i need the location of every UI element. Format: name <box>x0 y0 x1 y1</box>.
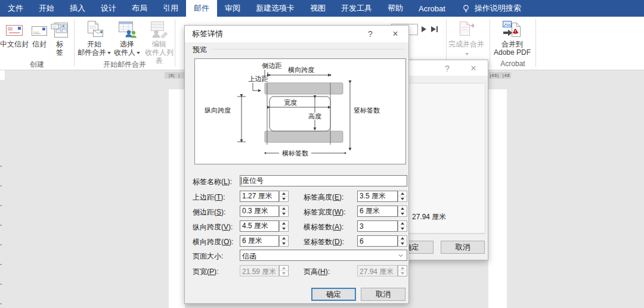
lightbulb-icon <box>462 4 470 13</box>
select-recipients-icon <box>117 18 137 38</box>
labels-label-line1: 标 <box>56 40 63 48</box>
diagram-horizontal-pitch-label: 横向跨度 <box>288 66 314 73</box>
label-height-input[interactable] <box>357 191 398 202</box>
chevron-down-icon <box>398 252 404 260</box>
label-info-panel <box>408 83 485 234</box>
tab-review[interactable]: 审阅 <box>217 0 248 17</box>
tab-view[interactable]: 视图 <box>302 0 333 17</box>
labels-down-stepper[interactable] <box>398 235 407 247</box>
group-label-acrobat: Acrobat <box>490 60 535 68</box>
top-margin-input[interactable] <box>240 191 279 202</box>
vertical-pitch-label: 纵向跨度(V): <box>193 222 233 232</box>
tab-acrobat[interactable]: Acrobat <box>411 0 453 17</box>
tab-mailings[interactable]: 邮件 <box>186 0 217 17</box>
page-size-value: 信函 <box>242 252 256 260</box>
dialog-title: 标签详情 <box>192 26 223 42</box>
help-icon[interactable]: ? <box>438 60 457 77</box>
chevron-down-icon <box>137 52 140 54</box>
page-height-stepper <box>398 265 407 276</box>
group-label-create: 创建 <box>0 60 74 70</box>
start-mail-merge-line1: 开始 <box>87 40 101 48</box>
page-size-select[interactable]: 信函 <box>240 250 407 261</box>
tab-home[interactable]: 开始 <box>31 0 62 17</box>
diagram-horizontal-count-label: 横标签数 <box>282 150 308 157</box>
labels-across-stepper[interactable] <box>398 220 407 232</box>
label-preview-diagram: 侧边距 横向跨度 上边距 纵向跨度 宽度 高度 竖标签数 横标签数 <box>194 58 406 164</box>
vertical-pitch-stepper[interactable] <box>279 220 289 232</box>
ruler-origin-box <box>0 70 5 80</box>
help-icon[interactable]: ? <box>361 26 380 42</box>
tab-references[interactable]: 引用 <box>155 0 186 17</box>
envelope-label: 信封 <box>32 40 47 48</box>
label-height-stepper[interactable] <box>398 191 407 202</box>
document-page-left-edge <box>169 89 185 308</box>
menubar: 文件 开始 插入 设计 布局 引用 邮件 审阅 新建选项卡 视图 开发工具 帮助… <box>0 0 644 17</box>
edit-recipient-list-line1: 编辑 <box>152 40 166 48</box>
page-height-label: 页高(H): <box>304 267 330 277</box>
label-width-label: 标签宽度(W): <box>304 207 346 217</box>
tab-layout[interactable]: 布局 <box>124 0 155 17</box>
label-details-dialog: 标签详情 ? × 预览 <box>184 25 409 304</box>
tab-developer[interactable]: 开发工具 <box>333 0 380 17</box>
horizontal-pitch-label: 横向跨度(O): <box>193 237 234 247</box>
horizontal-ruler-fragment-right: |46| |48 <box>489 72 511 79</box>
label-height-label: 标签高度(E): <box>304 192 343 203</box>
cancel-button[interactable]: 取消 <box>361 288 405 301</box>
label-name-label: 标签名称(L): <box>193 177 232 187</box>
tab-insert[interactable]: 插入 <box>62 0 93 17</box>
diagram-width-label: 宽度 <box>284 99 297 106</box>
last-record-icon[interactable] <box>431 26 438 32</box>
label-width-input[interactable] <box>357 206 398 217</box>
page-height-info: 27.94 厘米 <box>412 212 446 222</box>
label-width-stepper[interactable] <box>398 206 407 217</box>
tell-me-label: 操作说明搜索 <box>475 3 521 14</box>
group-separator <box>490 19 490 67</box>
horizontal-pitch-stepper[interactable] <box>279 235 289 247</box>
top-margin-label: 上边距(T): <box>193 192 225 203</box>
labels-down-label: 竖标签数(D): <box>304 237 344 247</box>
document-page-right-edge <box>488 89 507 308</box>
tab-custom[interactable]: 新建选项卡 <box>248 0 302 17</box>
top-margin-stepper[interactable] <box>279 191 289 202</box>
side-margin-stepper[interactable] <box>279 206 289 217</box>
group-separator <box>74 19 75 67</box>
text-caret <box>241 177 242 185</box>
diagram-side-margin-label: 侧边距 <box>262 62 282 69</box>
preview-group-label: 预览 <box>193 45 207 55</box>
edit-recipient-list-icon <box>150 18 169 38</box>
tell-me-search[interactable]: 操作说明搜索 <box>462 0 521 17</box>
chinese-envelope-icon <box>5 18 23 38</box>
cancel-button[interactable]: 取消 <box>441 241 485 254</box>
page-size-label: 页面大小: <box>193 251 223 262</box>
start-mail-merge-icon <box>85 18 104 38</box>
group-separator <box>175 19 175 67</box>
tab-file[interactable]: 文件 <box>0 0 31 17</box>
close-icon[interactable]: × <box>464 60 483 77</box>
diagram-height-label: 高度 <box>308 113 321 120</box>
side-margin-input[interactable] <box>240 206 279 217</box>
labels-across-input[interactable] <box>357 220 398 232</box>
chinese-envelope-label: 中文信封 <box>0 40 29 48</box>
label-name-input[interactable] <box>240 175 407 186</box>
merge-to-pdf-line2: Adobe PDF <box>494 48 531 57</box>
diagram-vertical-count-label: 竖标签数 <box>354 107 380 114</box>
group-separator <box>535 19 536 67</box>
diagram-top-margin-label: 上边距 <box>249 75 268 82</box>
page-height-input: 27.94 厘米 <box>357 265 398 276</box>
tab-design[interactable]: 设计 <box>93 0 124 17</box>
horizontal-pitch-input[interactable] <box>240 235 279 247</box>
labels-down-input[interactable] <box>357 235 398 247</box>
vertical-pitch-input[interactable] <box>240 220 279 232</box>
labels-across-label: 横标签数(A): <box>304 222 343 232</box>
merge-to-pdf-icon <box>502 18 522 38</box>
close-icon[interactable]: × <box>386 26 405 42</box>
page-width-label: 页宽(P): <box>193 267 218 277</box>
next-record-icon[interactable] <box>422 26 426 32</box>
tab-help[interactable]: 帮助 <box>380 0 411 17</box>
horizontal-ruler-fragment-left: |8| | <box>165 72 184 79</box>
merge-to-pdf-line1: 合并到 <box>501 40 523 48</box>
ok-button[interactable]: 确定 <box>311 288 356 301</box>
page-width-stepper <box>279 265 289 276</box>
select-recipients-line1: 选择 <box>120 40 134 48</box>
page-width-input: 21.59 厘米 <box>240 265 279 276</box>
